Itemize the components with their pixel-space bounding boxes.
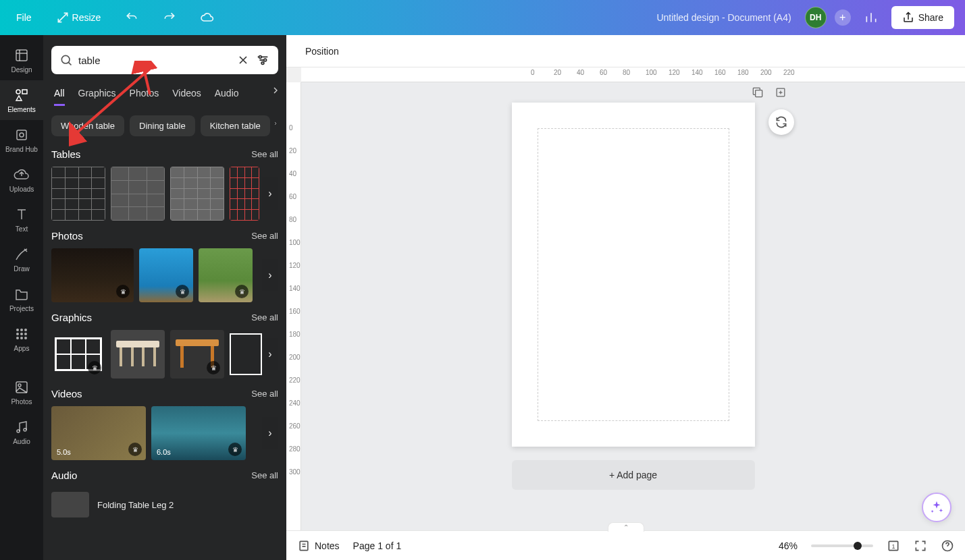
see-all-audio[interactable]: See all — [251, 470, 278, 480]
svg-point-13 — [24, 337, 27, 339]
fullscreen-button[interactable] — [914, 539, 927, 553]
chip-wooden-table[interactable]: Wooden table — [51, 115, 124, 136]
rail-projects[interactable]: Projects — [0, 279, 43, 319]
grid-view-button[interactable]: 1 — [887, 539, 900, 553]
section-videos: VideosSee all 5.0s♛ 6.0s♛ › — [43, 381, 286, 463]
rail-text[interactable]: Text — [0, 200, 43, 240]
graphic-result-4[interactable] — [230, 330, 262, 379]
table-template-2[interactable] — [111, 167, 165, 221]
add-page-button[interactable]: + Add page — [512, 460, 755, 490]
redo-button[interactable] — [157, 7, 182, 28]
see-all-videos[interactable]: See all — [251, 389, 278, 399]
section-title: Audio — [51, 470, 77, 481]
cloud-sync-button[interactable] — [195, 7, 219, 28]
expand-pages-button[interactable]: ⌃ — [608, 522, 644, 532]
regenerate-button[interactable] — [768, 109, 794, 135]
graphic-result-3[interactable]: ♛ — [170, 330, 224, 379]
zoom-level[interactable]: 46% — [779, 540, 798, 551]
zoom-slider[interactable] — [811, 544, 873, 547]
add-collaborator-button[interactable]: + — [835, 9, 851, 26]
position-button[interactable]: Position — [300, 42, 344, 61]
category-tabs: All Graphics Photos Videos Audio — [43, 80, 286, 106]
rail-audio[interactable]: Audio — [0, 412, 43, 452]
suggestion-chips: Wooden table Dining table Kitchen table — [43, 106, 286, 142]
photos-scroll-right[interactable]: › — [262, 259, 278, 291]
svg-point-19 — [259, 56, 262, 59]
audio-result-1[interactable]: Folding Table Leg 2 — [51, 488, 278, 522]
section-graphics: GraphicsSee all ♛ ♛ › — [43, 305, 286, 381]
table-template-4[interactable] — [230, 167, 259, 221]
cloud-icon — [201, 11, 214, 24]
clear-search-button[interactable] — [236, 53, 250, 67]
undo-button[interactable] — [120, 7, 144, 28]
tab-all[interactable]: All — [54, 82, 65, 106]
premium-badge-icon: ♛ — [207, 361, 220, 374]
rail-brand-hub[interactable]: Brand Hub — [0, 120, 43, 160]
page-indicator[interactable]: Page 1 of 1 — [353, 540, 402, 551]
svg-rect-0 — [16, 50, 27, 61]
svg-point-7 — [24, 329, 27, 331]
chip-dining-table[interactable]: Dining table — [130, 115, 195, 136]
user-avatar[interactable]: DH — [805, 7, 827, 28]
tab-photos[interactable]: Photos — [130, 82, 159, 106]
svg-point-16 — [17, 430, 20, 432]
magic-button[interactable] — [922, 493, 951, 522]
svg-point-4 — [20, 133, 24, 137]
rail-apps[interactable]: Apps — [0, 319, 43, 359]
graphic-result-2[interactable] — [111, 330, 165, 379]
graphics-scroll-right[interactable]: › — [262, 338, 278, 370]
see-all-photos[interactable]: See all — [251, 231, 278, 241]
help-button[interactable] — [941, 539, 954, 553]
resize-icon — [56, 11, 70, 24]
canvas-page[interactable] — [512, 103, 755, 447]
duplicate-page-button[interactable] — [750, 85, 766, 101]
undo-icon — [125, 11, 138, 24]
tables-scroll-right[interactable]: › — [262, 177, 278, 210]
document-title[interactable]: Untitled design - Document (A4) — [656, 12, 791, 23]
see-all-tables[interactable]: See all — [251, 149, 278, 159]
page-actions — [750, 85, 789, 101]
photo-result-2[interactable]: ♛ — [139, 248, 193, 302]
file-menu[interactable]: File — [11, 8, 37, 27]
chip-kitchen-table[interactable]: Kitchen table — [201, 115, 270, 136]
rail-draw[interactable]: Draw — [0, 240, 43, 279]
table-template-1[interactable] — [51, 167, 105, 221]
videos-scroll-right[interactable]: › — [262, 417, 278, 449]
rail-uploads[interactable]: Uploads — [0, 160, 43, 200]
tab-graphics[interactable]: Graphics — [78, 82, 116, 106]
analytics-button[interactable] — [859, 7, 883, 28]
see-all-graphics[interactable]: See all — [251, 312, 278, 323]
rail-design[interactable]: Design — [0, 40, 43, 80]
photo-result-1[interactable]: ♛ — [51, 248, 134, 302]
svg-point-12 — [20, 337, 23, 339]
notes-button[interactable]: Notes — [297, 539, 340, 553]
search-input[interactable] — [78, 55, 231, 66]
ruler-horizontal: 0 20 40 60 80 100 120 140 160 180 200 22… — [301, 67, 965, 82]
video-result-2[interactable]: 6.0s♛ — [151, 406, 246, 460]
graphic-result-1[interactable]: ♛ — [51, 330, 105, 379]
page-margin-guide — [538, 128, 729, 421]
tab-audio[interactable]: Audio — [215, 82, 239, 106]
notes-icon — [297, 539, 311, 553]
refresh-icon — [775, 115, 788, 129]
photo-result-3[interactable]: ♛ — [199, 248, 253, 302]
rail-elements[interactable]: Elements — [0, 80, 43, 120]
chips-scroll-right[interactable] — [270, 118, 281, 129]
search-filters-button[interactable] — [255, 53, 270, 67]
svg-point-10 — [24, 333, 27, 335]
rail-photos[interactable]: Photos — [0, 372, 43, 412]
video-result-1[interactable]: 5.0s♛ — [51, 406, 146, 460]
apps-icon — [14, 326, 30, 342]
resize-menu[interactable]: Resize — [51, 7, 107, 28]
draw-icon — [14, 246, 30, 262]
tab-videos[interactable]: Videos — [172, 82, 201, 106]
canvas-viewport[interactable]: + Add page — [301, 82, 965, 530]
table-template-3[interactable] — [170, 167, 224, 221]
share-button[interactable]: Share — [891, 6, 954, 29]
zoom-slider-knob[interactable] — [854, 542, 862, 550]
add-page-above-button[interactable] — [773, 85, 789, 101]
tabs-scroll-right[interactable] — [270, 85, 281, 96]
svg-point-21 — [261, 62, 264, 65]
redo-icon — [163, 11, 176, 24]
svg-point-8 — [16, 333, 19, 335]
